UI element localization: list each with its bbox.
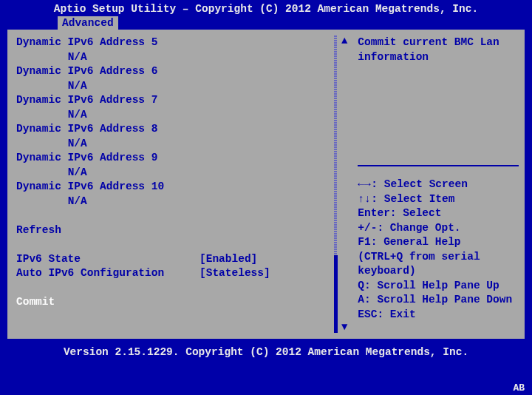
addr-label: Dynamic IPv6 Address 5 xyxy=(16,36,350,50)
title-bar: Aptio Setup Utility – Copyright (C) 2012… xyxy=(0,0,532,16)
addr-label: Dynamic IPv6 Address 9 xyxy=(16,151,350,166)
left-right-arrows-icon: ←→ xyxy=(358,178,371,192)
right-pane: Commit current BMC Lan information ←→: S… xyxy=(353,31,523,337)
setting-ipv6-state[interactable]: IPv6 State [Enabled] xyxy=(16,252,350,267)
addr-value: N/A xyxy=(16,195,350,209)
setting-label: IPv6 State xyxy=(16,252,200,267)
setting-auto-ipv6[interactable]: Auto IPv6 Configuration [Stateless] xyxy=(16,266,350,281)
help-text-line: Commit current BMC Lan xyxy=(358,36,519,50)
left-pane: Dynamic IPv6 Address 5 N/A Dynamic IPv6 … xyxy=(9,31,353,337)
spacer xyxy=(16,209,350,223)
tab-row: Advanced xyxy=(0,16,532,30)
addr-value: N/A xyxy=(16,50,350,65)
addr-value: N/A xyxy=(16,137,350,152)
spacer xyxy=(16,237,350,252)
addr-value: N/A xyxy=(16,108,350,123)
addr-label: Dynamic IPv6 Address 6 xyxy=(16,64,350,79)
tab-advanced[interactable]: Advanced xyxy=(58,16,118,30)
main-frame: ▶ ▶ Dynamic IPv6 Address 5 N/A Dynamic I… xyxy=(7,30,525,339)
up-down-arrows-icon: ↑↓ xyxy=(358,192,371,207)
addr-label: Dynamic IPv6 Address 7 xyxy=(16,93,350,108)
setting-value: [Enabled] xyxy=(200,252,257,267)
scrollbar[interactable] xyxy=(334,36,337,333)
addr-label: Dynamic IPv6 Address 10 xyxy=(16,180,350,195)
setting-label: Auto IPv6 Configuration xyxy=(16,266,200,281)
help-text-line: information xyxy=(358,50,519,65)
corner-label: AB xyxy=(513,382,525,394)
scroll-down-icon[interactable]: ▼ xyxy=(341,320,347,335)
addr-value: N/A xyxy=(16,79,350,94)
footer: Version 2.15.1229. Copyright (C) 2012 Am… xyxy=(0,339,532,358)
scroll-up-icon[interactable]: ▲ xyxy=(341,34,347,49)
setting-value: [Stateless] xyxy=(200,266,270,281)
menu-item-commit[interactable]: Commit xyxy=(16,295,350,310)
help-keys: ←→: Select Screen ↑↓: Select Item Enter:… xyxy=(358,178,519,322)
addr-label: Dynamic IPv6 Address 8 xyxy=(16,122,350,137)
menu-item-refresh[interactable]: Refresh xyxy=(16,223,350,238)
addr-value: N/A xyxy=(16,166,350,180)
spacer xyxy=(16,281,350,296)
help-divider xyxy=(358,165,519,166)
